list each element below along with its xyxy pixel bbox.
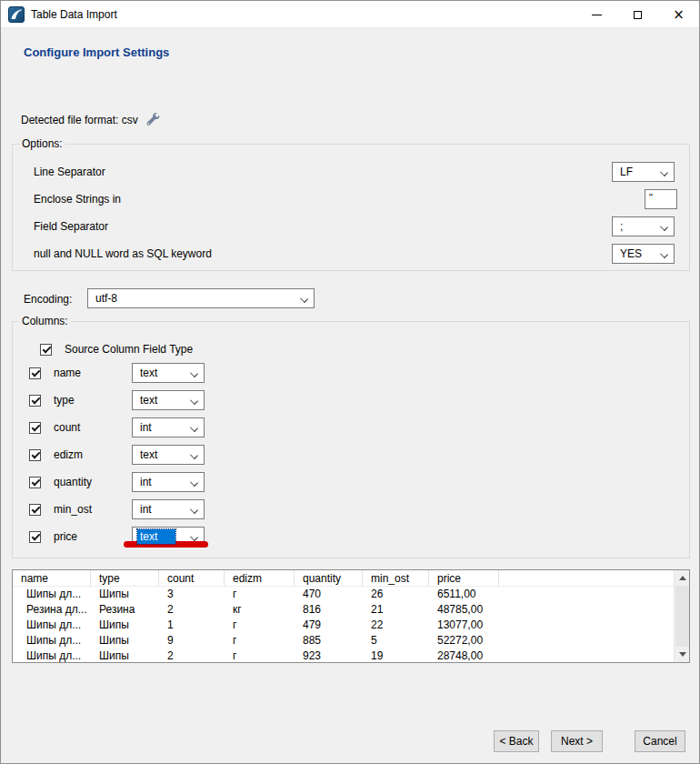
column-name-label: count xyxy=(54,421,132,434)
chevron-down-icon xyxy=(301,296,308,303)
option-select-3[interactable]: YES xyxy=(612,244,675,264)
preview-cell: Шипы xyxy=(91,587,159,602)
encoding-value: utf-8 xyxy=(93,291,120,306)
minimize-button[interactable] xyxy=(576,1,617,28)
preview-cell: Резина дл... xyxy=(13,602,91,618)
scrollbar-thumb[interactable] xyxy=(675,586,689,647)
encoding-select[interactable]: utf-8 xyxy=(87,288,315,308)
columns-header: Source Column Field Type xyxy=(25,341,661,357)
preview-data-row-4[interactable]: Шипы дл...Шипы2г9231928748,00 xyxy=(13,648,689,663)
preview-cell: г xyxy=(225,618,295,633)
column-checkbox-price[interactable] xyxy=(29,531,41,543)
column-row-quantity: quantityint xyxy=(13,468,685,496)
detected-format-label: Detected file format: xyxy=(21,114,118,126)
maximize-button[interactable] xyxy=(617,1,658,28)
option-label: Enclose Strings in xyxy=(34,193,645,206)
close-button[interactable]: × xyxy=(658,1,699,28)
preview-cell: 885 xyxy=(295,633,363,648)
preview-cell: Шипы xyxy=(91,633,159,648)
preview-data-row-3[interactable]: Шипы дл...Шипы9г885552272,00 xyxy=(13,633,689,648)
preview-cell: 2 xyxy=(159,648,225,663)
preview-cell: 48785,00 xyxy=(429,602,499,618)
chevron-down-icon xyxy=(191,452,198,459)
option-select-0[interactable]: LF xyxy=(612,162,675,182)
preview-cell: 9 xyxy=(159,633,225,648)
chevron-down-icon xyxy=(661,169,668,176)
preview-cell: 923 xyxy=(295,648,363,663)
next-button[interactable]: Next > xyxy=(551,730,603,752)
enclose-strings-input[interactable]: " xyxy=(645,189,677,209)
field-type-select-name[interactable]: text xyxy=(132,363,205,383)
chevron-down-icon xyxy=(191,397,198,405)
preview-data-row-2[interactable]: Шипы дл...Шипы1г4792213077,00 xyxy=(13,618,689,633)
vertical-scrollbar[interactable] xyxy=(674,570,689,662)
field-type-select-quantity[interactable]: int xyxy=(132,472,205,492)
preview-cell: 52272,00 xyxy=(429,633,499,648)
option-label: Field Separator xyxy=(34,220,612,233)
preview-header-filler xyxy=(499,570,689,586)
preview-cell: 21 xyxy=(363,602,429,618)
column-checkbox-edizm[interactable] xyxy=(29,449,41,461)
preview-cell: Шипы xyxy=(91,618,159,633)
back-button[interactable]: < Back xyxy=(494,730,539,752)
field-type-select-min_ost[interactable]: int xyxy=(132,499,205,519)
detected-file-format: Detected file format: csv xyxy=(21,114,138,126)
preview-cell: Резина xyxy=(91,602,159,618)
preview-cell: Шипы дл... xyxy=(13,618,91,633)
field-type-select-min_ost-value: int xyxy=(137,502,155,517)
field-type-select-type-value: text xyxy=(137,393,160,407)
options-group: Options: Line SeparatorLFEnclose Strings… xyxy=(12,137,690,271)
field-type-header: Field Type xyxy=(143,343,193,356)
preview-header-cell: min_ost xyxy=(363,570,429,586)
chevron-down-icon xyxy=(661,251,668,258)
field-type-select-count-value: int xyxy=(137,420,155,435)
preview-cell: г xyxy=(225,633,295,648)
scroll-up-icon xyxy=(679,576,686,580)
select-all-checkbox[interactable] xyxy=(40,344,52,356)
option-row-1: Enclose Strings in" xyxy=(34,186,675,213)
preview-data-row-0[interactable]: Шипы дл...Шипы3г470266511,00 xyxy=(13,587,689,602)
option-select-2[interactable]: ; xyxy=(612,216,675,236)
preview-cell: 2 xyxy=(159,602,225,618)
preview-cell: 28748,00 xyxy=(429,648,499,663)
scroll-up-button[interactable] xyxy=(675,570,690,586)
option-label: Line Separator xyxy=(34,166,612,178)
field-type-select-edizm[interactable]: text xyxy=(132,445,205,465)
column-name-label: min_ost xyxy=(54,503,132,516)
column-checkbox-name[interactable] xyxy=(29,367,41,379)
field-type-select-price-value: text xyxy=(137,529,175,544)
preview-cell: Шипы дл... xyxy=(13,648,91,663)
preview-cell: 26 xyxy=(363,587,429,602)
cancel-button[interactable]: Cancel xyxy=(635,730,685,752)
field-type-select-type[interactable]: text xyxy=(132,390,205,410)
maximize-icon xyxy=(634,11,642,19)
column-checkbox-quantity[interactable] xyxy=(29,477,41,488)
column-checkbox-type[interactable] xyxy=(29,395,41,407)
page-title: Configure Import Settings xyxy=(24,45,169,59)
preview-cell: 5 xyxy=(363,633,429,648)
detected-format-value: csv xyxy=(122,114,138,126)
column-name-label: price xyxy=(54,530,132,543)
option-row-3: null and NULL word as SQL keywordYES xyxy=(34,240,675,267)
scroll-down-icon xyxy=(679,652,686,657)
preview-header-cell: type xyxy=(91,570,159,586)
scroll-down-button[interactable] xyxy=(675,647,690,662)
field-type-select-count[interactable]: int xyxy=(132,417,205,437)
preview-cell: 13077,00 xyxy=(429,618,499,633)
preview-header-cell: quantity xyxy=(295,570,363,586)
option-select-3-value: YES xyxy=(617,246,645,261)
chevron-down-icon xyxy=(191,370,198,377)
column-name-label: type xyxy=(54,394,132,407)
field-type-select-edizm-value: text xyxy=(137,447,160,462)
column-checkbox-count[interactable] xyxy=(29,422,41,434)
preview-cell: 19 xyxy=(363,648,429,663)
option-select-0-value: LF xyxy=(617,165,635,179)
table-data-import-dialog: Table Data Import × Configure Import Set… xyxy=(0,0,700,764)
column-checkbox-min_ost[interactable] xyxy=(29,504,41,516)
wrench-icon[interactable] xyxy=(144,110,160,126)
option-label: null and NULL word as SQL keyword xyxy=(34,247,612,260)
options-rows: Line SeparatorLFEnclose Strings in"Field… xyxy=(13,150,689,267)
preview-data-row-1[interactable]: Резина дл...Резина2кг8162148785,00 xyxy=(13,602,689,618)
columns-rows: nametexttypetextcountintedizmtextquantit… xyxy=(13,359,685,550)
preview-header-cell: price xyxy=(429,570,499,586)
